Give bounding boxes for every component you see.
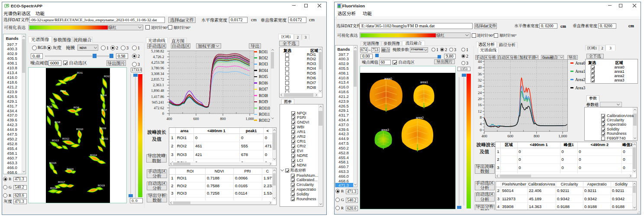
svg-text:ROI6: ROI6 — [74, 106, 79, 109]
svg-text:600: 600 — [193, 117, 199, 121]
svg-text:ROI2: ROI2 — [104, 75, 109, 78]
svg-text:1,000: 1,000 — [245, 117, 254, 121]
svg-text:ROI1: ROI1 — [77, 72, 83, 74]
svg-text:ROI17: ROI17 — [58, 181, 65, 183]
svg-text:28: 28 — [478, 84, 482, 88]
svg-text:600: 600 — [508, 134, 514, 138]
svg-text:ROI11: ROI11 — [101, 137, 108, 140]
svg-text:12: 12 — [478, 109, 482, 114]
svg-text:472.62: 472.62 — [154, 106, 164, 110]
svg-text:ROI14: ROI14 — [90, 154, 97, 156]
svg-text:4: 4 — [480, 122, 482, 126]
svg-text:area2: area2 — [416, 116, 424, 119]
svg-text:4,253.58: 4,253.58 — [151, 60, 164, 65]
svg-text:945.241: 945.241 — [152, 100, 164, 104]
svg-text:area3: area3 — [381, 128, 389, 131]
svg-text:8: 8 — [480, 115, 482, 120]
svg-text:3,780.96: 3,780.96 — [151, 66, 164, 70]
svg-text:ROI13: ROI13 — [52, 139, 59, 142]
svg-text:24: 24 — [478, 91, 482, 95]
svg-text:ROI19: ROI19 — [98, 184, 105, 187]
svg-text:area1: area1 — [420, 81, 428, 84]
svg-text:2,835.72: 2,835.72 — [151, 77, 164, 81]
svg-text:2,363.1: 2,363.1 — [153, 83, 164, 87]
svg-text:4,726.2: 4,726.2 — [153, 55, 164, 59]
svg-text:1,000: 1,000 — [558, 134, 567, 138]
svg-text:44: 44 — [478, 59, 482, 64]
svg-text:20: 20 — [478, 97, 482, 101]
svg-text:36: 36 — [478, 72, 482, 76]
svg-text:3,308.34: 3,308.34 — [151, 72, 164, 76]
svg-text:ROI9: ROI9 — [100, 127, 106, 130]
svg-text:800: 800 — [534, 134, 540, 138]
svg-text:ROI18: ROI18 — [50, 187, 57, 189]
svg-text:ROI15: ROI15 — [49, 162, 56, 164]
svg-text:0: 0 — [480, 128, 482, 132]
svg-text:800: 800 — [220, 117, 226, 121]
svg-text:ROI16: ROI16 — [67, 168, 74, 170]
svg-text:1,890.48: 1,890.48 — [151, 88, 164, 93]
svg-text:ROI8: ROI8 — [55, 121, 60, 124]
svg-text:ROI7: ROI7 — [101, 109, 107, 111]
svg-text:ROI4: ROI4 — [101, 94, 106, 97]
svg-text:ROI5: ROI5 — [47, 105, 52, 108]
svg-text:5,198.82: 5,198.82 — [151, 49, 164, 53]
svg-text:ROI10: ROI10 — [76, 128, 83, 130]
svg-text:400: 400 — [481, 134, 487, 138]
svg-text:16: 16 — [478, 103, 482, 107]
svg-text:32: 32 — [478, 78, 482, 82]
svg-text:ROI12: ROI12 — [62, 137, 69, 140]
svg-text:ROI3: ROI3 — [60, 90, 66, 92]
svg-text:40: 40 — [478, 65, 482, 70]
svg-text:400: 400 — [167, 117, 172, 121]
svg-text:1,417.86: 1,417.86 — [151, 94, 164, 99]
svg-text:0: 0 — [162, 111, 164, 116]
svg-text:area0: area0 — [384, 77, 392, 80]
